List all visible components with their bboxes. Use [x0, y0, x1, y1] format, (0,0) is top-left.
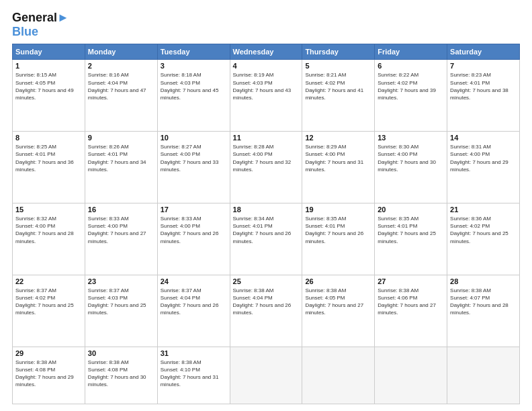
- day-info: Sunrise: 8:38 AMSunset: 4:08 PMDaylight:…: [15, 359, 74, 388]
- day-info: Sunrise: 8:21 AMSunset: 4:02 PMDaylight:…: [305, 72, 363, 101]
- logo-text: General► Blue: [12, 11, 69, 38]
- week-row-1: 1Sunrise: 8:15 AMSunset: 4:05 PMDaylight…: [13, 60, 520, 132]
- day-number: 6: [378, 62, 444, 70]
- day-info: Sunrise: 8:31 AMSunset: 4:00 PMDaylight:…: [450, 144, 508, 173]
- day-info: Sunrise: 8:26 AMSunset: 4:01 PMDaylight:…: [88, 144, 146, 173]
- day-info: Sunrise: 8:34 AMSunset: 4:01 PMDaylight:…: [233, 216, 292, 244]
- day-cell-28: 28Sunrise: 8:38 AMSunset: 4:07 PMDayligh…: [447, 275, 520, 347]
- day-info: Sunrise: 8:32 AMSunset: 4:00 PMDaylight:…: [15, 216, 74, 244]
- day-cell-24: 24Sunrise: 8:37 AMSunset: 4:04 PMDayligh…: [157, 275, 230, 347]
- day-info: Sunrise: 8:16 AMSunset: 4:04 PMDaylight:…: [88, 72, 146, 101]
- day-cell-9: 9Sunrise: 8:26 AMSunset: 4:01 PMDaylight…: [85, 132, 157, 203]
- day-number: 8: [15, 134, 82, 142]
- day-cell-5: 5Sunrise: 8:21 AMSunset: 4:02 PMDaylight…: [302, 60, 375, 132]
- day-number: 19: [305, 205, 371, 214]
- day-number: 16: [88, 205, 154, 214]
- day-number: 30: [88, 349, 154, 357]
- day-number: 3: [161, 62, 227, 70]
- day-info: Sunrise: 8:19 AMSunset: 4:03 PMDaylight:…: [233, 72, 292, 101]
- day-number: 10: [161, 134, 227, 142]
- day-number: 14: [450, 134, 517, 142]
- calendar-table: SundayMondayTuesdayWednesdayThursdayFrid…: [12, 44, 520, 404]
- day-cell-8: 8Sunrise: 8:25 AMSunset: 4:01 PMDaylight…: [13, 132, 85, 203]
- weekday-header-thursday: Thursday: [302, 44, 375, 60]
- empty-cell: [302, 347, 375, 404]
- week-row-5: 29Sunrise: 8:38 AMSunset: 4:08 PMDayligh…: [13, 347, 520, 404]
- day-info: Sunrise: 8:37 AMSunset: 4:03 PMDaylight:…: [88, 287, 146, 316]
- day-cell-27: 27Sunrise: 8:38 AMSunset: 4:06 PMDayligh…: [375, 275, 447, 347]
- day-cell-29: 29Sunrise: 8:38 AMSunset: 4:08 PMDayligh…: [13, 347, 85, 404]
- day-info: Sunrise: 8:38 AMSunset: 4:05 PMDaylight:…: [305, 287, 363, 316]
- day-info: Sunrise: 8:38 AMSunset: 4:04 PMDaylight:…: [233, 287, 292, 316]
- day-cell-1: 1Sunrise: 8:15 AMSunset: 4:05 PMDaylight…: [13, 60, 85, 132]
- weekday-header-sunday: Sunday: [13, 44, 85, 60]
- day-info: Sunrise: 8:33 AMSunset: 4:00 PMDaylight:…: [161, 216, 219, 244]
- day-number: 7: [450, 62, 517, 70]
- day-number: 20: [378, 205, 444, 214]
- day-number: 31: [161, 349, 227, 357]
- day-number: 28: [450, 277, 517, 285]
- header: General► Blue: [12, 11, 520, 38]
- day-cell-18: 18Sunrise: 8:34 AMSunset: 4:01 PMDayligh…: [230, 203, 302, 275]
- day-cell-19: 19Sunrise: 8:35 AMSunset: 4:01 PMDayligh…: [302, 203, 375, 275]
- empty-cell: [230, 347, 302, 404]
- day-number: 12: [305, 134, 371, 142]
- day-cell-21: 21Sunrise: 8:36 AMSunset: 4:02 PMDayligh…: [447, 203, 520, 275]
- day-info: Sunrise: 8:37 AMSunset: 4:02 PMDaylight:…: [15, 287, 74, 316]
- day-info: Sunrise: 8:35 AMSunset: 4:01 PMDaylight:…: [378, 216, 436, 244]
- day-cell-14: 14Sunrise: 8:31 AMSunset: 4:00 PMDayligh…: [447, 132, 520, 203]
- weekday-header-friday: Friday: [375, 44, 447, 60]
- day-cell-12: 12Sunrise: 8:29 AMSunset: 4:00 PMDayligh…: [302, 132, 375, 203]
- week-row-3: 15Sunrise: 8:32 AMSunset: 4:00 PMDayligh…: [13, 203, 520, 275]
- day-info: Sunrise: 8:38 AMSunset: 4:08 PMDaylight:…: [88, 359, 146, 388]
- day-number: 17: [161, 205, 227, 214]
- day-info: Sunrise: 8:36 AMSunset: 4:02 PMDaylight:…: [450, 216, 508, 244]
- day-number: 2: [88, 62, 154, 70]
- day-cell-15: 15Sunrise: 8:32 AMSunset: 4:00 PMDayligh…: [13, 203, 85, 275]
- weekday-header-monday: Monday: [85, 44, 157, 60]
- day-cell-20: 20Sunrise: 8:35 AMSunset: 4:01 PMDayligh…: [375, 203, 447, 275]
- day-info: Sunrise: 8:25 AMSunset: 4:01 PMDaylight:…: [15, 144, 74, 173]
- day-info: Sunrise: 8:33 AMSunset: 4:00 PMDaylight:…: [88, 216, 146, 244]
- day-info: Sunrise: 8:30 AMSunset: 4:00 PMDaylight:…: [378, 144, 436, 173]
- day-number: 25: [233, 277, 300, 285]
- day-info: Sunrise: 8:38 AMSunset: 4:07 PMDaylight:…: [450, 287, 508, 316]
- day-number: 9: [88, 134, 154, 142]
- day-cell-16: 16Sunrise: 8:33 AMSunset: 4:00 PMDayligh…: [85, 203, 157, 275]
- day-info: Sunrise: 8:27 AMSunset: 4:00 PMDaylight:…: [161, 144, 219, 173]
- day-info: Sunrise: 8:29 AMSunset: 4:00 PMDaylight:…: [305, 144, 363, 173]
- day-number: 18: [233, 205, 300, 214]
- day-number: 5: [305, 62, 371, 70]
- day-info: Sunrise: 8:28 AMSunset: 4:00 PMDaylight:…: [233, 144, 292, 173]
- day-cell-11: 11Sunrise: 8:28 AMSunset: 4:00 PMDayligh…: [230, 132, 302, 203]
- day-number: 4: [233, 62, 300, 70]
- day-number: 29: [15, 349, 82, 357]
- day-cell-22: 22Sunrise: 8:37 AMSunset: 4:02 PMDayligh…: [13, 275, 85, 347]
- day-number: 24: [161, 277, 227, 285]
- day-cell-6: 6Sunrise: 8:22 AMSunset: 4:02 PMDaylight…: [375, 60, 447, 132]
- day-info: Sunrise: 8:37 AMSunset: 4:04 PMDaylight:…: [161, 287, 219, 316]
- day-info: Sunrise: 8:35 AMSunset: 4:01 PMDaylight:…: [305, 216, 363, 244]
- weekday-header-saturday: Saturday: [447, 44, 520, 60]
- week-row-2: 8Sunrise: 8:25 AMSunset: 4:01 PMDaylight…: [13, 132, 520, 203]
- day-cell-3: 3Sunrise: 8:18 AMSunset: 4:03 PMDaylight…: [157, 60, 230, 132]
- day-cell-4: 4Sunrise: 8:19 AMSunset: 4:03 PMDaylight…: [230, 60, 302, 132]
- weekday-header-wednesday: Wednesday: [230, 44, 302, 60]
- day-info: Sunrise: 8:15 AMSunset: 4:05 PMDaylight:…: [15, 72, 74, 101]
- day-info: Sunrise: 8:38 AMSunset: 4:10 PMDaylight:…: [161, 359, 219, 388]
- day-cell-26: 26Sunrise: 8:38 AMSunset: 4:05 PMDayligh…: [302, 275, 375, 347]
- day-info: Sunrise: 8:23 AMSunset: 4:01 PMDaylight:…: [450, 72, 508, 101]
- weekday-header-tuesday: Tuesday: [157, 44, 230, 60]
- day-cell-30: 30Sunrise: 8:38 AMSunset: 4:08 PMDayligh…: [85, 347, 157, 404]
- day-number: 27: [378, 277, 444, 285]
- day-info: Sunrise: 8:38 AMSunset: 4:06 PMDaylight:…: [378, 287, 436, 316]
- week-row-4: 22Sunrise: 8:37 AMSunset: 4:02 PMDayligh…: [13, 275, 520, 347]
- day-cell-17: 17Sunrise: 8:33 AMSunset: 4:00 PMDayligh…: [157, 203, 230, 275]
- day-cell-25: 25Sunrise: 8:38 AMSunset: 4:04 PMDayligh…: [230, 275, 302, 347]
- empty-cell: [375, 347, 447, 404]
- day-cell-31: 31Sunrise: 8:38 AMSunset: 4:10 PMDayligh…: [157, 347, 230, 404]
- day-cell-10: 10Sunrise: 8:27 AMSunset: 4:00 PMDayligh…: [157, 132, 230, 203]
- day-number: 11: [233, 134, 300, 142]
- day-cell-23: 23Sunrise: 8:37 AMSunset: 4:03 PMDayligh…: [85, 275, 157, 347]
- day-info: Sunrise: 8:22 AMSunset: 4:02 PMDaylight:…: [378, 72, 436, 101]
